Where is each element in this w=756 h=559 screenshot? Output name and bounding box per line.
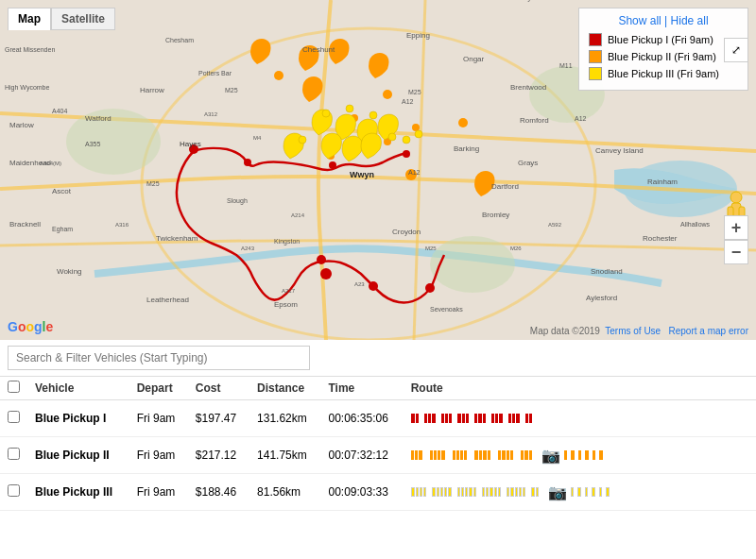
- show-all-link[interactable]: Show all: [618, 14, 661, 27]
- cost-cell: $197.47: [188, 400, 249, 437]
- cost-cell: $217.12: [188, 437, 249, 474]
- depart-cell: Fri 9am: [129, 437, 188, 474]
- svg-text:M25: M25: [408, 89, 421, 95]
- route-bar: [508, 414, 511, 423]
- route-bar: [483, 414, 486, 423]
- table-header-row: Vehicle Depart Cost Distance Time Route: [0, 377, 756, 400]
- svg-point-29: [369, 111, 377, 119]
- terms-of-use-link[interactable]: Terms of Use: [605, 326, 661, 336]
- svg-point-5: [430, 236, 515, 293]
- svg-point-13: [403, 150, 410, 158]
- svg-text:Egham: Egham: [52, 226, 73, 233]
- svg-point-25: [299, 136, 306, 144]
- svg-text:Rainham: Rainham: [647, 178, 678, 186]
- svg-text:Sevenoaks: Sevenoaks: [430, 306, 463, 313]
- row-1-checkbox[interactable]: [8, 411, 20, 423]
- route-bar: [432, 487, 436, 497]
- depart-cell: Fri 9am: [129, 400, 188, 437]
- svg-text:Bracknell: Bracknell: [9, 220, 41, 229]
- svg-text:A23: A23: [354, 281, 365, 287]
- svg-text:Kingston: Kingston: [274, 238, 300, 246]
- svg-text:A316: A316: [115, 222, 129, 228]
- svg-point-16: [274, 71, 284, 80]
- hide-all-link[interactable]: Hide all: [671, 14, 709, 27]
- table-row: Blue Pickup IIIFri 9am$188.4681.56km00:0…: [0, 474, 756, 511]
- svg-text:Romford: Romford: [520, 116, 549, 125]
- col-time: Time: [320, 377, 403, 400]
- svg-point-3: [66, 109, 161, 175]
- svg-text:Cheshunt: Cheshunt: [302, 45, 335, 54]
- route-bar: [491, 414, 494, 423]
- route-bar: [519, 487, 522, 497]
- route-bar: [507, 487, 509, 497]
- route-bar: [585, 450, 589, 460]
- route-bar: [502, 450, 506, 460]
- map-tab-satellite[interactable]: Satellite: [51, 8, 115, 30]
- route-cell: 📷: [404, 474, 756, 511]
- svg-text:A217: A217: [282, 288, 296, 294]
- vehicle-name: Blue Pickup III: [27, 474, 129, 511]
- select-all-checkbox[interactable]: [8, 381, 20, 393]
- route-bar: [460, 450, 463, 460]
- svg-text:Slough: Slough: [227, 197, 248, 205]
- svg-text:A12: A12: [575, 115, 587, 122]
- svg-text:Allhallows: Allhallows: [680, 221, 711, 228]
- route-bar: [411, 450, 414, 460]
- route-bar: [599, 487, 602, 497]
- route-bar: [571, 487, 574, 497]
- route-bar: [465, 487, 468, 497]
- table-container: Vehicle Depart Cost Distance Time Route …: [0, 377, 756, 511]
- svg-point-10: [425, 283, 435, 293]
- svg-point-31: [322, 110, 330, 117]
- fullscreen-button[interactable]: ⤢: [724, 38, 748, 62]
- route-bar: [444, 487, 447, 497]
- search-bar: [0, 340, 756, 377]
- row-3-checkbox[interactable]: [8, 484, 20, 497]
- row-2-checkbox[interactable]: [8, 448, 20, 460]
- route-bar: [478, 414, 482, 423]
- route-bar: [512, 414, 515, 423]
- legend-color-orange: [589, 50, 602, 63]
- svg-text:A355: A355: [85, 141, 100, 147]
- route-bar: [529, 414, 532, 423]
- zoom-out-button[interactable]: −: [724, 240, 748, 264]
- zoom-in-button[interactable]: +: [724, 215, 748, 240]
- svg-text:M11: M11: [559, 62, 573, 69]
- route-bar: [510, 487, 514, 497]
- route-bar: [432, 414, 436, 423]
- route-bar: [474, 450, 478, 460]
- svg-text:Barking: Barking: [454, 144, 479, 153]
- svg-text:Snodland: Snodland: [591, 267, 623, 276]
- route-bars: [411, 404, 748, 432]
- svg-point-15: [458, 118, 468, 127]
- time-cell: 00:06:35:06: [320, 400, 403, 437]
- route-bar: [490, 487, 493, 497]
- map-tab-map[interactable]: Map: [8, 8, 51, 30]
- svg-point-17: [383, 90, 392, 99]
- svg-text:M25: M25: [225, 87, 238, 93]
- svg-text:M25: M25: [425, 246, 437, 251]
- route-bar: [466, 414, 469, 423]
- route-cell: 📷: [404, 437, 756, 474]
- svg-point-30: [346, 105, 353, 112]
- col-vehicle: Vehicle: [27, 377, 129, 400]
- route-bar: [420, 487, 422, 497]
- table-row: Blue Pickup IFri 9am$197.47131.62km00:06…: [0, 400, 756, 437]
- report-error-link[interactable]: Report a map error: [669, 326, 748, 336]
- col-depart: Depart: [129, 377, 188, 400]
- route-bar: [571, 450, 575, 460]
- route-bar: [449, 414, 452, 423]
- legend-color-yellow: [589, 67, 602, 80]
- svg-text:A404(M): A404(M): [40, 161, 61, 166]
- distance-cell: 141.75km: [249, 437, 320, 474]
- route-bar: [498, 450, 501, 460]
- svg-text:Ongar: Ongar: [463, 55, 485, 63]
- route-bar: [495, 414, 498, 423]
- search-input[interactable]: [8, 346, 310, 370]
- legend-item-3: Blue Pickup III (Fri 9am): [589, 67, 738, 80]
- route-bar: [577, 487, 581, 497]
- route-bar: [585, 487, 588, 497]
- route-bar: [593, 450, 595, 460]
- svg-text:A592: A592: [548, 222, 562, 228]
- svg-point-26: [388, 133, 396, 141]
